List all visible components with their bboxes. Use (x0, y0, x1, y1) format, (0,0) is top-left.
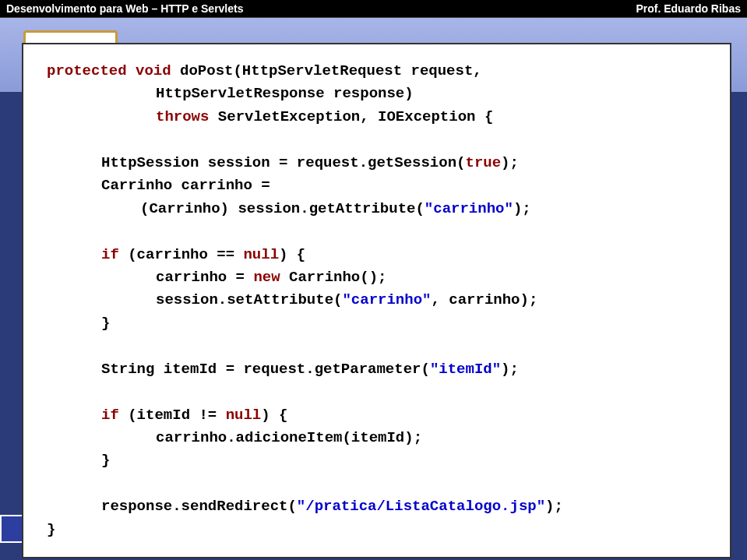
header-left: Desenvolvimento para Web – HTTP e Servle… (6, 2, 244, 15)
code-panel: protected void doPost(HttpServletRequest… (22, 43, 731, 558)
code-line: String itemId = request.getParameter("it… (101, 358, 706, 381)
code-line: if (carrinho == null) { (101, 244, 706, 266)
code-line: session.setAttribute("carrinho", carrinh… (156, 289, 706, 312)
code-line: } (101, 449, 706, 472)
code-blank (47, 473, 706, 495)
code-blank (47, 220, 706, 243)
code-line: HttpServletResponse response) (156, 83, 706, 105)
code-blank (47, 335, 706, 357)
code-line: Carrinho carrinho = (101, 174, 706, 197)
code-line: response.sendRedirect("/pratica/ListaCat… (101, 495, 706, 518)
code-line: carrinho = new Carrinho(); (156, 266, 706, 289)
code-blank (47, 381, 706, 403)
code-line: carrinho.adicioneItem(itemId); (156, 427, 706, 449)
code-line: } (47, 519, 706, 541)
code-blank (47, 129, 706, 151)
header-bar: Desenvolvimento para Web – HTTP e Servle… (0, 0, 747, 18)
code-line: throws ServletException, IOException { (156, 106, 706, 129)
code-line: } (101, 312, 706, 335)
code-line: (Carrinho) session.getAttribute("carrinh… (140, 198, 706, 220)
code-line: if (itemId != null) { (101, 404, 706, 427)
header-right: Prof. Eduardo Ribas (636, 2, 741, 15)
code-line: protected void doPost(HttpServletRequest… (47, 60, 706, 83)
code-line: HttpSession session = request.getSession… (101, 152, 706, 174)
